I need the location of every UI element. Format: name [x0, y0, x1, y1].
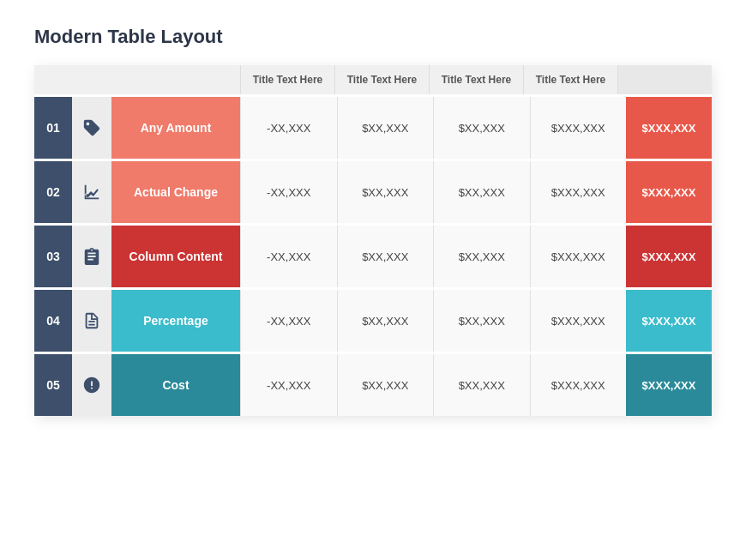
data-cell-1-2: $XX,XXX	[337, 97, 434, 159]
row-number-3: 03	[34, 226, 72, 287]
row-icon-coins	[72, 354, 111, 416]
row-meta-5: 05 Cost	[34, 354, 240, 416]
data-cell-2-4: $XXX,XXX	[530, 161, 627, 223]
data-cell-2-2: $XX,XXX	[337, 161, 434, 223]
data-cell-4-1: -XX,XXX	[240, 290, 337, 352]
row-number-2: 02	[34, 161, 72, 223]
data-cell-final-1: $XXX,XXX	[626, 97, 712, 159]
table-wrapper: Title Text Here Title Text Here Title Te…	[34, 65, 712, 416]
data-cell-final-2: $XXX,XXX	[626, 161, 712, 223]
data-cell-final-3: $XXX,XXX	[626, 226, 712, 287]
row-data-2: -XX,XXX $XX,XXX $XX,XXX $XXX,XXX $XXX,XX…	[240, 161, 712, 223]
header-col-2: Title Text Here	[334, 65, 429, 94]
row-number-5: 05	[34, 354, 72, 416]
data-cell-2-3: $XX,XXX	[433, 161, 530, 223]
row-meta-2: 02 Actual Change	[34, 161, 240, 223]
data-cell-3-1: -XX,XXX	[240, 226, 337, 287]
row-number-4: 04	[34, 290, 72, 352]
data-cell-3-4: $XXX,XXX	[530, 226, 627, 287]
table-row: 03 Column Content -XX,XXX $XX,XXX $XX,XX…	[34, 223, 712, 287]
data-cell-5-1: -XX,XXX	[240, 354, 337, 416]
data-cell-1-4: $XXX,XXX	[530, 97, 627, 159]
header-cells: Title Text Here Title Text Here Title Te…	[240, 65, 712, 94]
header-col-last	[617, 65, 712, 94]
data-cell-2-1: -XX,XXX	[240, 161, 337, 223]
data-cell-4-3: $XX,XXX	[433, 290, 530, 352]
data-cell-1-3: $XX,XXX	[433, 97, 530, 159]
row-data-5: -XX,XXX $XX,XXX $XX,XXX $XXX,XXX $XXX,XX…	[240, 354, 712, 416]
row-data-4: -XX,XXX $XX,XXX $XX,XXX $XXX,XXX $XXX,XX…	[240, 290, 712, 352]
data-cell-5-4: $XXX,XXX	[530, 354, 627, 416]
table-row: 01 Any Amount -XX,XXX $XX,XXX $XX,XXX $X…	[34, 94, 712, 159]
row-icon-clipboard	[72, 226, 111, 287]
header-col-1: Title Text Here	[240, 65, 334, 94]
row-label-3: Column Content	[111, 226, 240, 287]
table-header: Title Text Here Title Text Here Title Te…	[34, 65, 712, 94]
row-icon-tag	[72, 97, 111, 159]
header-col-4: Title Text Here	[523, 65, 617, 94]
data-cell-final-5: $XXX,XXX	[626, 354, 712, 416]
header-col-3: Title Text Here	[429, 65, 523, 94]
data-cell-3-3: $XX,XXX	[433, 226, 530, 287]
table-row: 05 Cost -XX,XXX $XX,XXX $XX,XXX $XXX,XXX…	[34, 352, 712, 416]
row-meta-3: 03 Column Content	[34, 226, 240, 287]
row-icon-document	[72, 290, 111, 352]
data-cell-1-1: -XX,XXX	[240, 97, 337, 159]
table-body: 01 Any Amount -XX,XXX $XX,XXX $XX,XXX $X…	[34, 94, 712, 416]
table-row: 02 Actual Change -XX,XXX $XX,XXX $XX,XXX…	[34, 159, 712, 223]
page: Modern Table Layout Title Text Here Titl…	[0, 0, 746, 560]
row-data-3: -XX,XXX $XX,XXX $XX,XXX $XXX,XXX $XXX,XX…	[240, 226, 712, 287]
header-spacer	[34, 65, 240, 94]
data-cell-5-3: $XX,XXX	[433, 354, 530, 416]
row-label-4: Percentage	[111, 290, 240, 352]
data-cell-final-4: $XXX,XXX	[626, 290, 712, 352]
table-row: 04 Percentage -XX,XXX $XX,XXX $XX,XXX $X…	[34, 287, 712, 352]
row-label-2: Actual Change	[111, 161, 240, 223]
data-cell-4-4: $XXX,XXX	[530, 290, 627, 352]
row-icon-chart	[72, 161, 111, 223]
data-cell-5-2: $XX,XXX	[337, 354, 434, 416]
row-label-5: Cost	[111, 354, 240, 416]
row-label-1: Any Amount	[111, 97, 240, 159]
page-title: Modern Table Layout	[34, 26, 712, 48]
row-meta-1: 01 Any Amount	[34, 97, 240, 159]
row-meta-4: 04 Percentage	[34, 290, 240, 352]
row-number-1: 01	[34, 97, 72, 159]
data-cell-4-2: $XX,XXX	[337, 290, 434, 352]
row-data-1: -XX,XXX $XX,XXX $XX,XXX $XXX,XXX $XXX,XX…	[240, 97, 712, 159]
data-cell-3-2: $XX,XXX	[337, 226, 434, 287]
